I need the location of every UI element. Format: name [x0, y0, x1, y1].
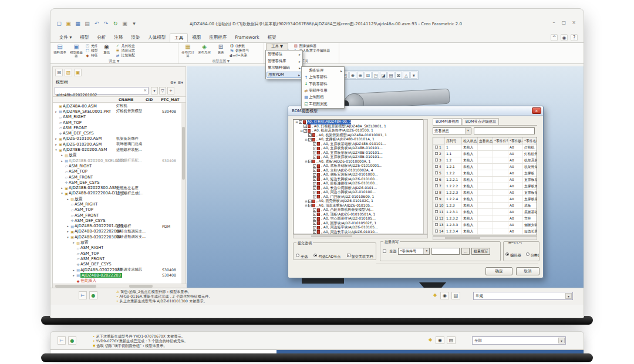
model-tree-row[interactable]: ▱ ASM_FRONT: [53, 213, 182, 218]
expander-icon[interactable]: ▸: [72, 241, 76, 244]
column-cname[interactable]: CNAME: [119, 97, 133, 102]
ribbon-tab[interactable]: 分析: [93, 33, 110, 42]
checkbox[interactable]: ✓: [313, 147, 316, 150]
expander-icon[interactable]: ▾: [66, 235, 70, 239]
close-icon[interactable]: ×: [532, 107, 541, 114]
model-tree-row[interactable]: ▱ ASM_RIGHT: [53, 201, 182, 207]
model-tree-row[interactable]: ▱ ASM_FRONT: [53, 256, 182, 261]
bom-column-header[interactable]: *零件名称: [523, 137, 537, 144]
ribbon-button[interactable]: d=d=关系: [230, 53, 249, 58]
model-tree-row[interactable]: ▾ ▣ AJDZ48B-02022200A-D11_5 进瓶螺杆总成(...: [53, 191, 182, 196]
folder-browser-icon[interactable]: ▣: [74, 69, 82, 76]
checkbox[interactable]: ✓: [313, 226, 316, 230]
model-tree-row[interactable]: ▱ ASM_TOP: [53, 120, 182, 125]
checkbox[interactable]: ✓: [299, 120, 302, 124]
view-status-dropdown[interactable]: 查看状态▾: [433, 127, 471, 134]
clipboard-icon[interactable]: ▤: [451, 292, 460, 299]
undo-icon[interactable]: ↶: [93, 20, 100, 28]
ribbon-tab[interactable]: 应用程序: [205, 33, 231, 42]
menu-item-part-reference[interactable]: ⇄ 零部件引用: [302, 87, 343, 94]
print-icon[interactable]: ▤: [83, 20, 91, 28]
row-checkbox[interactable]: [435, 146, 438, 149]
bom-tree-hscrollbar[interactable]: [293, 234, 428, 238]
model-tree-row[interactable]: ▸ ▧ 放置: [53, 196, 182, 201]
model-tree-row[interactable]: ▱ ASM_TOP: [53, 251, 182, 256]
batch-value-input[interactable]: [431, 248, 460, 255]
row-checkbox[interactable]: [435, 223, 438, 226]
find-icon[interactable]: ◉: [436, 336, 444, 344]
ribbon-button[interactable]: ▣模型播放器: [69, 43, 84, 58]
redo-icon[interactable]: ↷: [102, 20, 110, 28]
model-tree-row[interactable]: ▸ ▤ AJDZ48B-020222030 进瓶调支承轴芯 S30408: [53, 267, 182, 272]
bom-table-row[interactable]: 1 1 未检入 A0 灯检机 AJDZ4: [433, 144, 537, 151]
tree-toggle-icon[interactable]: ⊢: [58, 336, 66, 345]
model-tree-row[interactable]: ▸ ▣ AJDZ6-010100.ASM 机架及装饰件: [53, 136, 182, 141]
ribbon-tab[interactable]: Framework: [231, 33, 264, 42]
row-checkbox[interactable]: [435, 197, 438, 200]
expander-icon[interactable]: ⊟: [304, 204, 308, 207]
tools-menu-item[interactable]: 显示物料编码▸: [267, 65, 302, 72]
row-checkbox[interactable]: [435, 210, 438, 213]
row-checkbox[interactable]: [435, 217, 438, 220]
ribbon-group-label[interactable]: 调查 ▼: [52, 58, 176, 64]
tree-settings-icon[interactable]: ⚙▾: [170, 79, 176, 87]
expander-icon[interactable]: ▸: [54, 137, 58, 140]
bom-tree-vscrollbar[interactable]: [423, 119, 428, 234]
show-list-icon[interactable]: ⊟: [55, 69, 63, 76]
bom-filter-input[interactable]: [474, 127, 535, 134]
ok-button[interactable]: 确定: [485, 267, 512, 275]
expander-icon[interactable]: ▸: [60, 153, 64, 157]
row-checkbox[interactable]: [435, 204, 438, 207]
model-tree-row[interactable]: ▱ ASM_RIGHT: [53, 163, 182, 168]
menu-item-drawing-browser[interactable]: ◱ 工程图浏览: [302, 100, 343, 107]
tree-vertical-scrollbar[interactable]: [181, 103, 186, 284]
open-file-icon[interactable]: ▣: [65, 20, 72, 28]
display-style-icon[interactable]: ▤: [387, 72, 394, 79]
bom-tree-item[interactable]: ✓ , A0, 周边长平块1\AJDZ6-01010...: [294, 230, 427, 235]
ribbon-button[interactable]: ◆特征: [85, 53, 98, 58]
expander-icon[interactable]: ▸: [60, 159, 64, 163]
bom-table-row[interactable]: 14 1.2.3.4 未检入 A0 短边长脚板 AJDZ6-: [433, 228, 537, 235]
save-icon[interactable]: ▦: [74, 20, 82, 28]
tools-menu-item[interactable]: 用友PDM▸: [267, 72, 302, 79]
expander-icon[interactable]: ⊟: [295, 120, 299, 124]
row-checkbox[interactable]: [435, 191, 438, 194]
selection-filter-icon[interactable]: ◆: [427, 336, 433, 344]
menu-item-system-admin[interactable]: 系统管理▸: [302, 68, 343, 74]
layers-icon[interactable]: ▧: [65, 69, 72, 76]
checkbox[interactable]: ✓: [303, 124, 307, 128]
selection-filter-dropdown[interactable]: 全部▾: [472, 336, 566, 345]
bom-column-header[interactable]: *零件件号: [493, 137, 508, 144]
expander-icon[interactable]: ▸: [60, 186, 64, 190]
checkbox-select-all[interactable]: [383, 250, 386, 253]
model-tree-row[interactable]: ▸ ▤ AJDZ48B-020200_SKEL0001 进瓶螺杆装配... S3…: [53, 158, 182, 163]
reorient-icon[interactable]: ◳: [372, 72, 379, 79]
bom-table-row[interactable]: 10 1.2.3 未检入 A0 底板 AJDZ6-: [433, 203, 537, 209]
filter-icon[interactable]: ▽: [159, 87, 166, 95]
model-tree-row[interactable]: ▱ ASM_FRONT: [53, 125, 182, 130]
checkbox[interactable]: ✓: [313, 217, 316, 221]
saved-orientations-icon[interactable]: ◪: [380, 72, 387, 79]
web-browser-icon[interactable]: ●: [68, 336, 76, 345]
ribbon-tab[interactable]: 文件 ▾: [55, 33, 76, 42]
bom-column-header[interactable]: 序列号: [445, 137, 462, 144]
checkbox[interactable]: ✓: [313, 173, 316, 177]
customize-quick-access-icon[interactable]: ▾: [130, 20, 138, 28]
bom-table-row[interactable]: 8 1.2.2.3 未检入 A0 支撑板垫板 AJDZ4: [433, 190, 537, 196]
expander-icon[interactable]: ▸: [72, 268, 76, 272]
model-tree-row[interactable]: ▸ ▣ AJDZ6-010200.ASM 装饰玻璃门总成: [53, 141, 182, 147]
radio-encoder[interactable]: [505, 252, 509, 256]
model-tree-row[interactable]: ▸ ▤ AJDZ48B-02022201-D11 进瓶螺杆 PDM: [53, 224, 182, 229]
ribbon-button[interactable]: ⊞族表: [213, 43, 228, 58]
checkbox[interactable]: ✓: [313, 182, 316, 186]
selection-filter-icon[interactable]: ◆: [432, 292, 438, 299]
ribbon-tab[interactable]: 人体模型: [144, 33, 170, 42]
tools-menu-item[interactable]: 管理零件库▸: [267, 58, 302, 65]
checkbox[interactable]: ✓: [313, 191, 316, 194]
checkbox[interactable]: ✓: [308, 133, 312, 137]
radio-select-all[interactable]: [296, 254, 299, 257]
row-checkbox[interactable]: [435, 230, 438, 232]
command-search-icon[interactable]: ◉: [561, 34, 568, 41]
ribbon-tab[interactable]: 模型: [76, 33, 93, 42]
bom-table-hscrollbar[interactable]: [433, 236, 537, 240]
